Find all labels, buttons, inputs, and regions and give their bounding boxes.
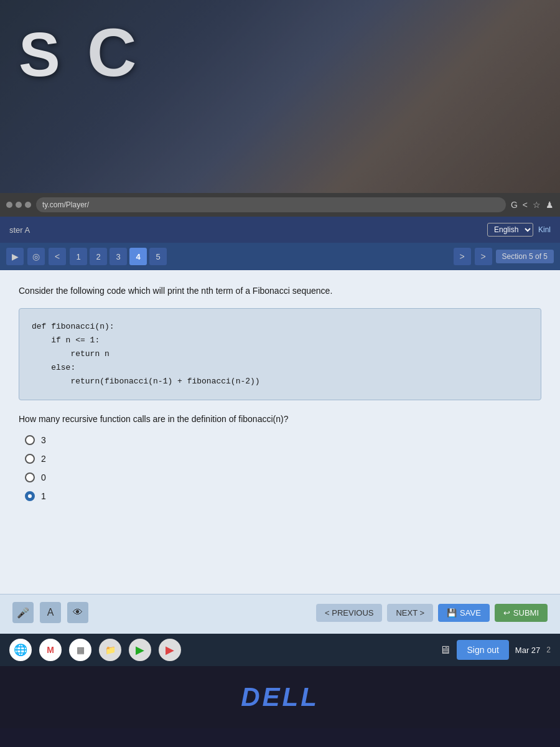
browser-dot-3 — [25, 202, 31, 208]
page-numbers: 1 2 3 4 5 — [70, 248, 450, 265]
app-container: ster A English Kinl ▶ ◎ < 1 2 3 4 5 > > … — [0, 217, 560, 646]
gmail-icon[interactable]: M — [39, 639, 62, 661]
photo-letter-c: C — [87, 12, 136, 92]
radio-2[interactable] — [25, 454, 35, 464]
play-btn-taskbar[interactable]: ▶ — [129, 639, 151, 661]
taskbar-right: 🖥 Sign out Mar 27 2 — [439, 640, 551, 660]
page-1[interactable]: 1 — [70, 248, 87, 265]
option-2-label: 2 — [41, 454, 46, 464]
option-1[interactable]: 1 — [25, 491, 541, 501]
code-line-1: def fibonacci(n): — [32, 320, 528, 334]
code-line-3: return n — [32, 347, 528, 361]
text-icon[interactable]: A — [40, 602, 61, 623]
profile-icon: ♟ — [546, 200, 554, 210]
google-icon: G — [511, 200, 518, 210]
question-area: Consider the following code which will p… — [0, 270, 560, 594]
taskbar-date: Mar 27 — [515, 646, 540, 655]
dell-logo: DELL — [241, 682, 319, 712]
action-bar: 🎤 A 👁 < PREVIOUS NEXT > 💾 SAVE ↩ SUBMI — [0, 594, 560, 631]
page-5[interactable]: 5 — [149, 248, 167, 265]
radio-1[interactable] — [25, 491, 35, 501]
dell-area: DELL — [0, 666, 560, 728]
target-btn[interactable]: ◎ — [27, 248, 45, 265]
option-3-label: 3 — [41, 435, 46, 445]
option-0[interactable]: 0 — [25, 472, 541, 482]
action-left: 🎤 A 👁 — [12, 602, 88, 623]
prev-nav-btn[interactable]: < — [49, 248, 66, 265]
submit-label: SUBMI — [513, 608, 539, 618]
sub-question: How many recursive function calls are in… — [19, 414, 541, 424]
next-button[interactable]: NEXT > — [387, 604, 433, 622]
nav-right: English Kinl — [487, 223, 551, 237]
chrome-icon[interactable]: 🌐 — [9, 639, 32, 661]
star-icon: ☆ — [533, 200, 541, 210]
back-icon: < — [523, 200, 528, 210]
kinl-link[interactable]: Kinl — [538, 225, 551, 234]
taskbar-num: 2 — [546, 646, 551, 654]
screen-icon: 🖥 — [439, 644, 450, 657]
action-right: < PREVIOUS NEXT > 💾 SAVE ↩ SUBMI — [316, 604, 548, 622]
address-bar[interactable]: ty.com/Player/ — [36, 197, 506, 212]
sign-out-button[interactable]: Sign out — [457, 640, 508, 660]
top-nav: ster A English Kinl — [0, 217, 560, 243]
options-list: 3 2 0 1 — [19, 435, 541, 501]
question-intro: Consider the following code which will p… — [19, 286, 541, 296]
save-label: SAVE — [460, 608, 481, 618]
nav-left-text: ster A — [9, 225, 30, 235]
next-nav-btn[interactable]: > — [454, 248, 471, 265]
code-line-5: return(fibonacci(n-1) + fibonacci(n-2)) — [32, 375, 528, 388]
photo-letter-s: S — [19, 19, 60, 90]
files-icon[interactable]: 📁 — [99, 639, 121, 661]
code-line-2: if n <= 1: — [32, 334, 528, 347]
option-3[interactable]: 3 — [25, 435, 541, 445]
taskbar: 🌐 M ▦ 📁 ▶ ▶ 🖥 Sign out Mar 27 2 — [0, 634, 560, 666]
save-icon: 💾 — [447, 608, 457, 618]
page-3[interactable]: 3 — [110, 248, 127, 265]
browser-icons: G < ☆ ♟ — [511, 200, 554, 210]
docs-icon[interactable]: ▦ — [69, 639, 91, 661]
quiz-nav: ▶ ◎ < 1 2 3 4 5 > > Section 5 of 5 — [0, 243, 560, 270]
radio-3[interactable] — [25, 435, 35, 445]
submit-button[interactable]: ↩ SUBMI — [495, 604, 548, 622]
youtube-icon[interactable]: ▶ — [159, 639, 181, 661]
address-text: ty.com/Player/ — [42, 200, 89, 209]
browser-dot-1 — [6, 202, 12, 208]
eye-icon[interactable]: 👁 — [67, 602, 88, 623]
option-2[interactable]: 2 — [25, 454, 541, 464]
submit-icon: ↩ — [503, 608, 510, 618]
option-0-label: 0 — [41, 472, 46, 482]
code-block: def fibonacci(n): if n <= 1: return n el… — [19, 308, 541, 400]
browser-dot-2 — [16, 202, 22, 208]
browser-chrome: ty.com/Player/ G < ☆ ♟ — [0, 193, 560, 217]
page-4[interactable]: 4 — [129, 248, 147, 265]
save-button[interactable]: 💾 SAVE — [438, 604, 490, 622]
code-line-4: else: — [32, 361, 528, 375]
section-label: Section 5 of 5 — [496, 250, 554, 263]
next-nav-btn-2[interactable]: > — [475, 248, 492, 265]
option-1-label: 1 — [41, 491, 46, 501]
language-select[interactable]: English — [487, 223, 533, 237]
browser-dots — [6, 202, 31, 208]
photo-background: S C — [0, 0, 560, 193]
radio-0[interactable] — [25, 472, 35, 482]
play-btn[interactable]: ▶ — [6, 248, 24, 265]
previous-button[interactable]: < PREVIOUS — [316, 604, 382, 622]
microphone-icon[interactable]: 🎤 — [12, 602, 34, 623]
page-2[interactable]: 2 — [90, 248, 107, 265]
